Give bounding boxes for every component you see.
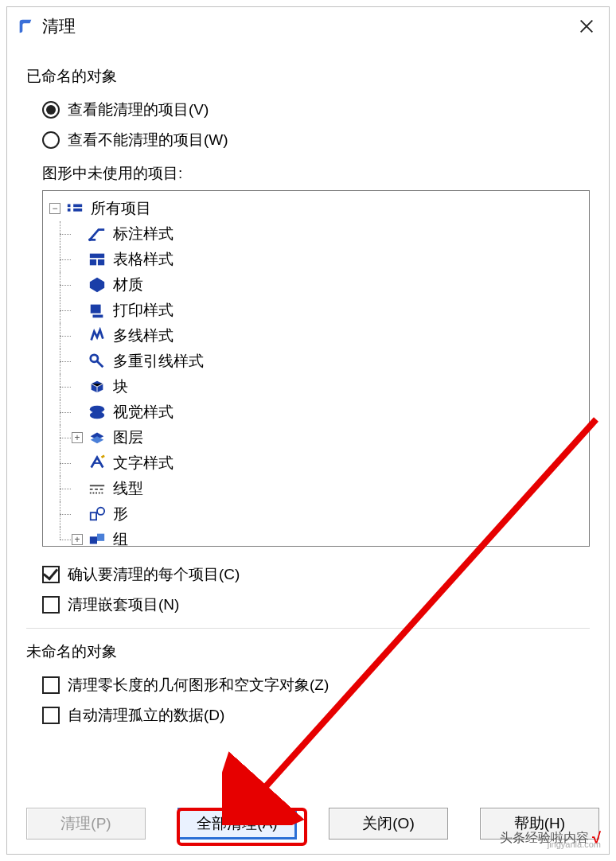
button-label: 清理(P) xyxy=(60,813,111,834)
svg-rect-6 xyxy=(98,259,104,265)
tree-item[interactable]: 多重引线样式 xyxy=(49,349,586,374)
check-orphan-data[interactable]: 自动清理孤立的数据(D) xyxy=(42,705,590,726)
radio-view-purgeable[interactable]: 查看能清理的项目(V) xyxy=(42,99,590,120)
tree-item-icon xyxy=(88,250,107,269)
tree-item-label: 图层 xyxy=(113,427,143,448)
named-objects-label: 已命名的对象 xyxy=(26,66,590,87)
tree-item[interactable]: 标注样式 xyxy=(49,221,586,247)
checkbox-label: 确认要清理的每个项目(C) xyxy=(68,564,240,585)
svg-rect-8 xyxy=(91,305,101,314)
svg-rect-4 xyxy=(90,254,104,259)
tree-item-label: 表格样式 xyxy=(113,249,173,270)
checkbox-label: 清理零长度的几何图形和空文字对象(Z) xyxy=(68,675,329,695)
watermark-domain: jingyanla.com xyxy=(548,840,601,849)
svg-rect-19 xyxy=(97,534,104,541)
tree-item-icon xyxy=(88,454,107,473)
all-items-icon xyxy=(65,199,84,218)
tree-item-label: 视觉样式 xyxy=(113,402,173,423)
svg-point-10 xyxy=(91,355,98,362)
tree-item-label: 线型 xyxy=(113,478,143,499)
svg-rect-5 xyxy=(90,259,96,265)
tree-connector xyxy=(54,349,72,374)
checkbox-icon xyxy=(42,566,60,583)
svg-rect-16 xyxy=(91,512,96,520)
tree-item[interactable]: 文字样式 xyxy=(49,450,586,476)
tree-item-icon xyxy=(88,377,107,396)
app-icon xyxy=(17,18,34,35)
check-zero-length[interactable]: 清理零长度的几何图形和空文字对象(Z) xyxy=(42,675,590,695)
radio-view-not-purgeable[interactable]: 查看不能清理的项目(W) xyxy=(42,130,590,150)
dialog-title: 清理 xyxy=(42,15,76,37)
tree-item-icon xyxy=(88,326,107,345)
tree-item[interactable]: +组 xyxy=(49,527,586,547)
tree-connector xyxy=(54,476,72,501)
tree-item-label: 块 xyxy=(113,376,128,397)
radio-icon xyxy=(42,131,60,149)
dialog-content: 已命名的对象 查看能清理的项目(V) 查看不能清理的项目(W) 图形中未使用的项… xyxy=(7,45,609,803)
check-confirm-each[interactable]: 确认要清理的每个项目(C) xyxy=(42,564,590,585)
svg-rect-9 xyxy=(93,315,103,318)
tree-item[interactable]: 块 xyxy=(49,374,586,399)
svg-point-3 xyxy=(88,239,92,242)
titlebar: 清理 xyxy=(7,7,609,45)
tree-item-icon xyxy=(88,352,107,371)
svg-point-12 xyxy=(90,411,104,419)
tree-item[interactable]: 视觉样式 xyxy=(49,399,586,425)
collapse-icon[interactable]: − xyxy=(49,203,60,214)
tree-item[interactable]: 材质 xyxy=(49,272,586,298)
tree-item-label: 组 xyxy=(113,529,128,547)
tree-item-icon xyxy=(88,479,107,498)
tree-item[interactable]: 表格样式 xyxy=(49,247,586,272)
tree-item[interactable]: 线型 xyxy=(49,476,586,501)
tree-item[interactable]: 形 xyxy=(49,501,586,527)
tree-connector xyxy=(54,323,72,349)
radio-icon xyxy=(42,101,60,119)
tree-item[interactable]: 打印样式 xyxy=(49,298,586,323)
tree-item-label: 多重引线样式 xyxy=(113,351,204,372)
svg-rect-0 xyxy=(68,205,82,208)
tree-item-icon xyxy=(88,301,107,320)
tree-connector xyxy=(54,298,72,323)
tree-connector xyxy=(54,272,72,298)
tree-item-icon xyxy=(88,505,107,524)
checkbox-icon xyxy=(42,596,60,614)
tree-connector xyxy=(54,374,72,399)
watermark: 头条经验啦内容 √ jingyanla.com xyxy=(500,829,601,847)
close-icon[interactable] xyxy=(574,14,599,39)
tree-item-label: 文字样式 xyxy=(113,453,173,473)
purge-dialog: 清理 已命名的对象 查看能清理的项目(V) 查看不能清理的项目(W) 图形中未使… xyxy=(6,6,610,855)
svg-rect-1 xyxy=(68,208,82,212)
button-label: 全部清理(A) xyxy=(197,813,277,834)
tree-root-row[interactable]: − 所有项目 xyxy=(49,196,586,221)
svg-rect-2 xyxy=(71,203,74,215)
checkbox-icon xyxy=(42,676,60,694)
tree-view[interactable]: − 所有项目 标注样式表格样式材质打印样式多线样式多重引线样式块视觉样式+图层文… xyxy=(42,190,590,547)
radio-label: 查看不能清理的项目(W) xyxy=(68,130,228,150)
tree-item[interactable]: +图层 xyxy=(49,425,586,450)
tree-connector xyxy=(54,501,72,527)
tree-item-icon xyxy=(88,403,107,422)
tree-item-label: 标注样式 xyxy=(113,224,173,244)
button-label: 关闭(O) xyxy=(362,813,414,834)
checkbox-label: 自动清理孤立的数据(D) xyxy=(68,705,224,726)
tree-connector xyxy=(54,425,72,450)
svg-point-17 xyxy=(97,508,104,515)
tree-item-label: 多线样式 xyxy=(113,325,173,346)
checkbox-icon xyxy=(42,707,60,724)
purge-all-button[interactable]: 全部清理(A) xyxy=(177,808,297,840)
divider xyxy=(26,628,590,629)
tree-connector xyxy=(54,450,72,476)
purge-button: 清理(P) xyxy=(26,808,146,840)
tree-item-label: 打印样式 xyxy=(113,300,173,321)
tree-item-icon xyxy=(88,530,107,547)
expand-icon[interactable]: + xyxy=(72,432,83,443)
tree-root-label: 所有项目 xyxy=(91,198,151,219)
tree-item[interactable]: 多线样式 xyxy=(49,323,586,349)
svg-rect-18 xyxy=(90,536,97,543)
tree-item-icon xyxy=(88,224,107,243)
check-purge-nested[interactable]: 清理嵌套项目(N) xyxy=(42,594,590,615)
unnamed-objects-label: 未命名的对象 xyxy=(26,641,590,662)
expand-icon[interactable]: + xyxy=(72,534,83,545)
tree-item-icon xyxy=(88,275,107,294)
close-button[interactable]: 关闭(O) xyxy=(329,808,448,840)
